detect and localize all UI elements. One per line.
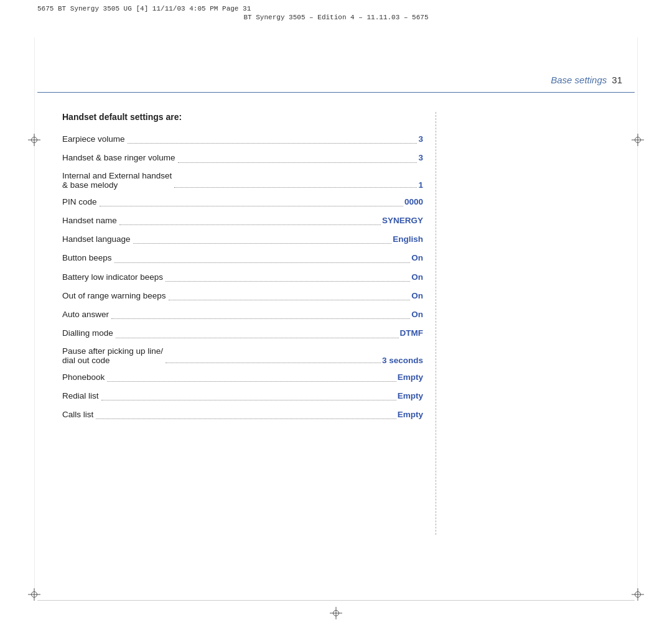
setting-row-phonebook: Phonebook Empty [62, 371, 423, 384]
setting-label-ringer-volume: Handset & base ringer volume [62, 152, 418, 164]
setting-label-phonebook: Phonebook [62, 371, 398, 384]
setting-row-dialling-mode: Dialling mode DTMF [62, 327, 423, 340]
setting-label-melody: Internal and External handset & base mel… [62, 171, 172, 190]
crosshair-top-left [28, 134, 40, 146]
setting-row-ringer-volume: Handset & base ringer volume 3 [62, 152, 423, 164]
file-header-top: 5675 BT Synergy 3505 UG [4] 11/11/03 4:0… [37, 5, 635, 12]
setting-value-ringer-volume: 3 [418, 152, 423, 164]
crosshair-top-right [632, 134, 644, 146]
setting-label-dialling-mode: Dialling mode [62, 327, 400, 340]
setting-row-earpiece-volume: Earpiece volume 3 [62, 133, 423, 146]
setting-label-auto-answer: Auto answer [62, 308, 411, 321]
setting-value-button-beeps: On [411, 252, 423, 264]
setting-value-phonebook: Empty [398, 371, 423, 384]
page-header: Base settings 31 [551, 75, 622, 85]
setting-value-auto-answer: On [411, 308, 423, 321]
header-rule [37, 92, 635, 93]
setting-value-earpiece-volume: 3 [418, 133, 423, 146]
setting-row-pause: Pause after picking up line/ dial out co… [62, 346, 423, 365]
setting-label-battery-beeps: Battery low indicator beeps [62, 271, 411, 284]
setting-row-auto-answer: Auto answer On [62, 308, 423, 321]
setting-label-earpiece-volume: Earpiece volume [62, 133, 418, 146]
setting-label-calls-list: Calls list [62, 409, 398, 421]
setting-value-redial: Empty [398, 390, 423, 402]
crosshair-bottom-center [330, 607, 342, 619]
setting-row-battery-beeps: Battery low indicator beeps On [62, 271, 423, 284]
setting-label-handset-name: Handset name [62, 215, 382, 227]
crosshair-bottom-right [632, 588, 644, 601]
setting-row-button-beeps: Button beeps On [62, 252, 423, 264]
page-number: 31 [612, 75, 622, 85]
file-header: 5675 BT Synergy 3505 UG [4] 11/11/03 4:0… [37, 5, 635, 21]
setting-value-battery-beeps: On [411, 271, 423, 284]
crosshair-bottom-left [28, 588, 40, 601]
right-margin-line [637, 37, 638, 597]
page-header-title: Base settings [551, 75, 607, 85]
setting-value-melody: 1 [418, 180, 423, 190]
setting-row-handset-name: Handset name SYNERGY [62, 215, 423, 227]
main-content: Handset default settings are: Earpiece v… [62, 112, 423, 427]
setting-row-pin: PIN code 0000 [62, 196, 423, 208]
setting-value-language: English [393, 233, 423, 246]
bottom-line [37, 600, 635, 601]
setting-row-language: Handset language English [62, 233, 423, 246]
setting-label-range-beeps: Out of range warning beeps [62, 290, 411, 302]
setting-label-redial: Redial list [62, 390, 398, 402]
setting-row-melody: Internal and External handset & base mel… [62, 171, 423, 190]
page-container: 5675 BT Synergy 3505 UG [4] 11/11/03 4:0… [0, 0, 672, 638]
setting-row-range-beeps: Out of range warning beeps On [62, 290, 423, 302]
setting-value-handset-name: SYNERGY [382, 215, 423, 227]
setting-label-pin: PIN code [62, 196, 404, 208]
setting-value-pause: 3 seconds [382, 356, 423, 365]
setting-row-redial: Redial list Empty [62, 390, 423, 402]
setting-row-calls-list: Calls list Empty [62, 409, 423, 421]
file-header-sub: BT Synergy 3505 – Edition 4 – 11.11.03 –… [37, 14, 635, 21]
setting-value-pin: 0000 [404, 196, 423, 208]
setting-label-language: Handset language [62, 233, 393, 246]
setting-label-button-beeps: Button beeps [62, 252, 411, 264]
section-heading: Handset default settings are: [62, 112, 423, 122]
left-margin-line [34, 37, 35, 597]
setting-value-dialling-mode: DTMF [400, 327, 424, 340]
right-column-decoration [436, 112, 610, 535]
setting-value-range-beeps: On [411, 290, 423, 302]
setting-label-pause: Pause after picking up line/ dial out co… [62, 346, 163, 365]
setting-value-calls-list: Empty [398, 409, 423, 421]
settings-table: Earpiece volume 3 Handset & base ringer … [62, 133, 423, 421]
